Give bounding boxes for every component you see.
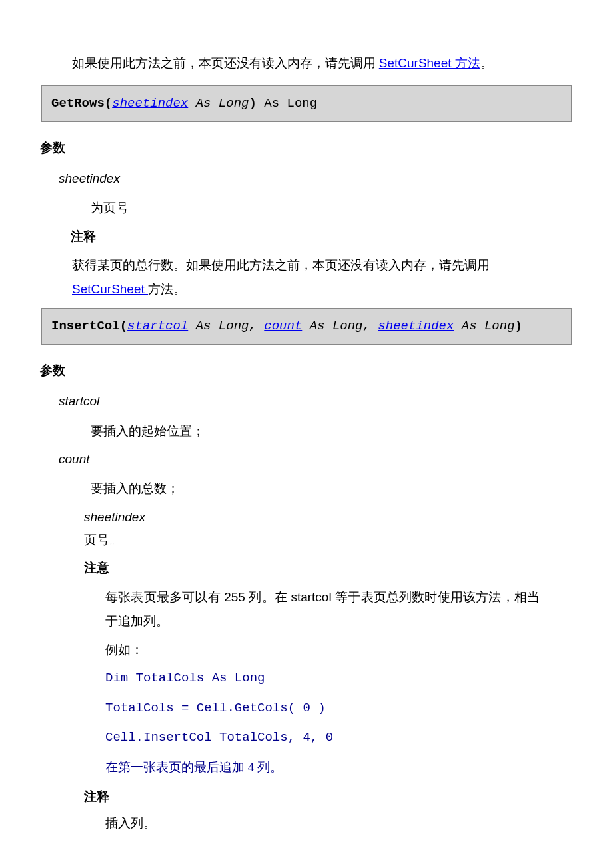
type-1: As Long, [188, 319, 264, 333]
param-name: count [59, 449, 573, 469]
param-startcol[interactable]: startcol [127, 319, 188, 333]
param-sheetindex[interactable]: sheetindex [378, 319, 454, 333]
example-line-3: Cell.InsertCol TotalCols, 4, 0 [105, 727, 573, 747]
param-desc: 为页号 [40, 198, 573, 218]
param-block-count: count [40, 449, 573, 469]
example-note: 在第一张表页的最后追加 4 列。 [40, 757, 573, 777]
setcursheet-link[interactable]: SetCurSheet 方法 [379, 56, 480, 70]
intro-text: 如果使用此方法之前，本页还没有读入内存，请先调用 [72, 56, 379, 70]
remark-pre: 获得某页的总行数。如果使用此方法之前，本页还没有读入内存，请先调用 [72, 258, 490, 272]
type-2: As Long, [302, 319, 378, 333]
paren-open: ( [120, 319, 127, 333]
param-count[interactable]: count [264, 319, 302, 333]
type-long: As Long [188, 96, 249, 111]
example-label: 例如： [40, 640, 573, 660]
intro-paragraph: 如果使用此方法之前，本页还没有读入内存，请先调用 SetCurSheet 方法。 [40, 53, 573, 73]
remark-post: 方法。 [148, 282, 186, 296]
params-heading: 参数 [40, 138, 573, 158]
paren-close: ) [249, 96, 256, 111]
attention-heading: 注意 [40, 558, 573, 578]
remarks-heading-2: 注释 [40, 787, 573, 807]
attention-text: 每张表页最多可以有 255 列。在 startcol 等于表页总列数时使用该方法… [40, 585, 573, 633]
paren-close: ) [515, 319, 522, 333]
intro-tail: 。 [480, 56, 493, 70]
m2-remark-text: 插入列。 [40, 813, 573, 833]
type-3: As Long [454, 319, 514, 333]
method-insertcol-signature: InsertCol(startcol As Long, count As Lon… [41, 308, 572, 344]
example-line-2: TotalCols = Cell.GetCols( 0 ) [105, 698, 573, 718]
remarks-heading: 注释 [40, 227, 573, 247]
method-name: InsertCol [51, 319, 120, 333]
method-name: GetRows [51, 96, 105, 111]
paren-open: ( [105, 96, 112, 111]
example-code: Dim TotalCols As Long TotalCols = Cell.G… [40, 668, 573, 747]
param-name: startcol [59, 391, 573, 411]
params-heading-2: 参数 [40, 361, 573, 381]
example-line-1: Dim TotalCols As Long [105, 668, 573, 688]
return-type: As Long [257, 96, 317, 111]
param-block-sheetindex2: sheetindex [40, 507, 573, 527]
param-name: sheetindex [84, 507, 573, 527]
method-getrows-signature: GetRows(sheetindex As Long) As Long [41, 85, 572, 121]
param-sheetindex[interactable]: sheetindex [112, 96, 188, 111]
param-desc: 页号。 [40, 530, 573, 550]
param-desc: 要插入的总数； [40, 479, 573, 499]
param-block-startcol: startcol [40, 391, 573, 411]
param-desc: 要插入的起始位置； [40, 421, 573, 441]
param-name: sheetindex [59, 169, 573, 189]
setcursheet-link-2[interactable]: SetCurSheet [72, 282, 148, 296]
m1-remark-paragraph: 获得某页的总行数。如果使用此方法之前，本页还没有读入内存，请先调用 SetCur… [40, 253, 573, 301]
param-block-sheetindex: sheetindex [40, 169, 573, 189]
